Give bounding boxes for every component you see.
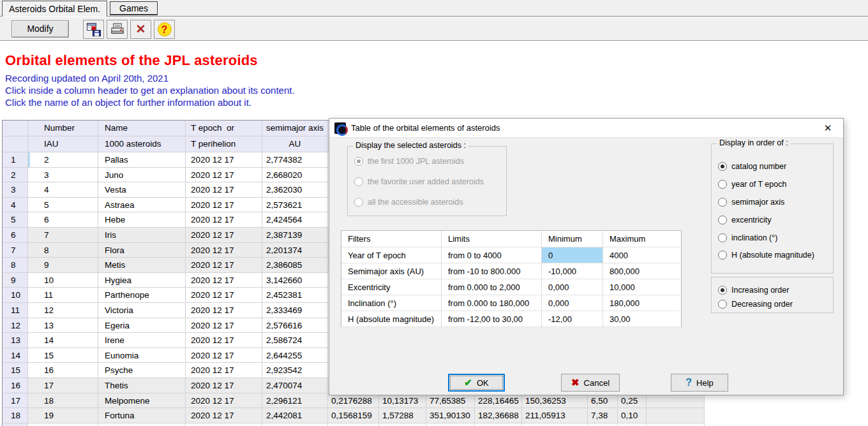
filter-minimum-input[interactable]: 0,000 — [542, 295, 603, 311]
cell-number[interactable]: 5 — [28, 198, 98, 213]
dialog-close-icon[interactable]: ✕ — [818, 119, 838, 138]
radio-selected-asteroids-option[interactable]: the first 1000 JPL asteroids — [354, 156, 464, 166]
filter-minimum-input[interactable]: 0 — [542, 247, 603, 263]
cell-name[interactable]: Juno — [98, 168, 186, 183]
radio-icon[interactable] — [718, 300, 727, 309]
cell-number[interactable]: 19 — [28, 408, 98, 423]
filter-minimum-input[interactable]: -10,000 — [542, 263, 603, 279]
cell-name[interactable]: Eunomia — [98, 348, 186, 364]
cell-number[interactable]: 9 — [28, 258, 98, 273]
cell-number[interactable]: 6 — [28, 212, 98, 228]
cell-excentricity — [328, 423, 379, 426]
table-row[interactable] — [3, 423, 705, 426]
filter-maximum-input[interactable]: 180,000 — [603, 295, 681, 311]
radio-selected-asteroids-option[interactable]: the favorite user added asteroids — [354, 176, 484, 187]
col-header-epoch[interactable]: T epoch or — [186, 121, 262, 136]
cell-name[interactable]: Metis — [98, 258, 186, 273]
maximum-col-header: Maximum — [603, 231, 681, 247]
radio-icon[interactable] — [354, 157, 363, 166]
cell-name[interactable]: Melpomene — [98, 393, 186, 409]
filter-minimum-input[interactable]: -12,00 — [542, 311, 603, 327]
col-header-semimajor[interactable]: semimajor axis — [262, 121, 328, 136]
tab-asteroids-orbital-elem[interactable]: Asteroids Orbital Elem. — [2, 1, 107, 17]
col-subheader-au[interactable]: AU — [262, 136, 328, 152]
radio-icon[interactable] — [718, 286, 727, 295]
cancel-button[interactable]: ✖ Cancel — [561, 374, 620, 392]
col-subheader-iau[interactable]: IAU — [28, 136, 98, 152]
save-table-button[interactable] — [83, 20, 104, 39]
cell-number[interactable]: 12 — [28, 303, 98, 318]
filter-maximum-input[interactable]: 4000 — [603, 247, 681, 263]
radio-direction-option[interactable]: Increasing order — [718, 284, 789, 295]
cell-number[interactable]: 17 — [28, 378, 98, 393]
cell-number[interactable]: 10 — [28, 273, 98, 288]
cell-name[interactable]: Psyche — [98, 363, 186, 378]
cell-name[interactable]: Parthenope — [98, 288, 186, 303]
radio-icon[interactable] — [718, 233, 727, 242]
radio-order-option[interactable]: catalog number — [718, 161, 786, 172]
cell-name[interactable]: Victoria — [98, 303, 186, 318]
col-header-name[interactable]: Name — [98, 121, 186, 136]
tab-games[interactable]: Games — [110, 1, 158, 15]
cell-name[interactable]: Fortuna — [98, 408, 186, 423]
radio-icon[interactable] — [718, 198, 727, 207]
filter-maximum-input[interactable]: 30,00 — [603, 311, 681, 327]
cell-name[interactable]: Hygiea — [98, 273, 186, 288]
cell-number[interactable]: 11 — [28, 288, 98, 303]
cell-name[interactable]: Egeria — [98, 318, 186, 334]
radio-icon[interactable] — [718, 180, 727, 189]
table-row[interactable]: 18 19 Fortuna 2020 12 17 2,442081 0,1568… — [3, 408, 705, 423]
radio-icon[interactable] — [718, 216, 727, 224]
row-index-cell: 18 — [3, 408, 28, 423]
cell-number[interactable]: 13 — [28, 318, 98, 334]
cell-name[interactable]: Thetis — [98, 378, 186, 393]
col-header-number[interactable]: Number — [28, 121, 98, 136]
filter-minimum-input[interactable]: 0,000 — [542, 279, 603, 295]
cell-semimajor: 2,296121 — [262, 393, 328, 409]
cell-name[interactable]: Astraea — [98, 198, 186, 213]
cell-number[interactable]: 3 — [28, 168, 98, 183]
cell-number[interactable]: 7 — [28, 228, 98, 243]
cell-number[interactable]: 2 — [28, 152, 98, 168]
radio-order-option[interactable]: inclination (°) — [718, 232, 777, 243]
radio-order-option[interactable]: semimajor axis — [718, 196, 784, 207]
radio-direction-option[interactable]: Decreasing order — [718, 298, 793, 309]
cell-name[interactable]: Hebe — [98, 212, 186, 228]
col-subheader-1000[interactable]: 1000 asteroids — [98, 136, 186, 152]
cell-number[interactable]: 18 — [28, 393, 98, 409]
dialog-title-bar[interactable]: Table of the orbital elements of asteroi… — [329, 119, 843, 138]
radio-order-option[interactable]: year of T epoch — [718, 179, 786, 189]
toolbar-help-button[interactable]: ? — [154, 20, 175, 39]
cell-name[interactable]: Irene — [98, 333, 186, 348]
cell-name[interactable]: Flora — [98, 243, 186, 258]
cell-number[interactable] — [28, 423, 98, 426]
cell-number[interactable]: 4 — [28, 182, 98, 198]
cell-number[interactable]: 16 — [28, 363, 98, 378]
cell-number[interactable]: 15 — [28, 348, 98, 364]
filter-maximum-input[interactable]: 800,000 — [603, 263, 681, 279]
cell-name[interactable]: Iris — [98, 228, 186, 243]
note-updated: Recording updated on April 20th, 2021 — [5, 73, 168, 84]
radio-icon[interactable] — [354, 177, 363, 186]
table-row[interactable]: 17 18 Melpomene 2020 12 17 2,296121 0,21… — [3, 393, 705, 409]
radio-icon[interactable] — [718, 162, 727, 171]
cell-inclination: 1,57288 — [379, 408, 426, 423]
radio-order-option[interactable]: excentricity — [718, 214, 772, 225]
radio-selected-asteroids-option[interactable]: all the accessible asteroids — [354, 196, 463, 207]
cell-number[interactable]: 8 — [28, 243, 98, 258]
cell-name[interactable]: Pallas — [98, 152, 186, 168]
cell-name[interactable]: Vesta — [98, 182, 186, 198]
filter-maximum-input[interactable]: 10,000 — [603, 279, 681, 295]
col-subheader-perihelion[interactable]: T perihelion — [186, 136, 262, 152]
row-index-cell — [3, 423, 28, 426]
radio-order-option[interactable]: H (absolute magnitude) — [718, 249, 814, 260]
modify-button[interactable]: Modify — [11, 20, 69, 38]
ok-button[interactable]: ✔ OK — [448, 374, 505, 392]
help-button[interactable]: ? Help — [671, 374, 728, 392]
radio-icon[interactable] — [718, 251, 727, 260]
cell-name[interactable] — [98, 423, 186, 426]
cell-number[interactable]: 14 — [28, 333, 98, 348]
delete-button[interactable]: ✕ — [130, 20, 151, 39]
print-button[interactable] — [107, 20, 128, 39]
radio-icon[interactable] — [354, 198, 363, 207]
